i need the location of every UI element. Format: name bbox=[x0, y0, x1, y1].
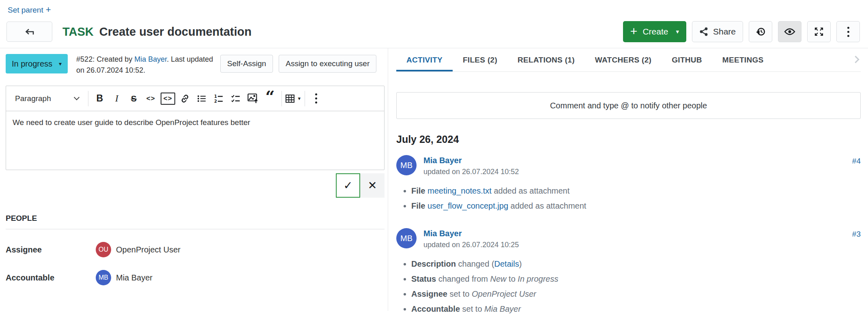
paragraph-style-label: Paragraph bbox=[15, 94, 51, 103]
create-button-label: Create bbox=[642, 27, 668, 37]
chevron-down-icon: ▾ bbox=[59, 60, 62, 67]
people-section-header: PEOPLE bbox=[6, 214, 385, 229]
share-icon bbox=[699, 27, 708, 37]
activity-text-segment: to bbox=[507, 274, 518, 283]
tab-scroll-right-button[interactable] bbox=[851, 53, 861, 67]
tab-relations-1[interactable]: RELATIONS (1) bbox=[507, 48, 585, 71]
assignee-row[interactable]: Assignee OU OpenProject User bbox=[6, 242, 388, 257]
back-button[interactable] bbox=[6, 22, 52, 42]
create-button[interactable]: + Create ▾ bbox=[623, 21, 686, 42]
activity-text-segment: OpenProject User bbox=[472, 289, 536, 298]
insert-image-button[interactable] bbox=[245, 90, 262, 108]
activity-text-segment: added as attachment bbox=[492, 186, 569, 195]
activity-number-link[interactable]: #3 bbox=[852, 230, 861, 239]
italic-button[interactable]: I bbox=[108, 90, 125, 108]
activity-author-link[interactable]: Mia Bayer bbox=[423, 155, 519, 165]
activity-text-segment: File bbox=[411, 186, 428, 195]
watch-button[interactable] bbox=[778, 21, 801, 42]
activity-text-segment: changed from bbox=[436, 274, 490, 283]
tab-github[interactable]: GITHUB bbox=[662, 48, 712, 71]
insert-link-button[interactable] bbox=[176, 90, 193, 108]
share-button[interactable]: Share bbox=[692, 21, 743, 42]
activity-timestamp: updated on 26.07.2024 10:25 bbox=[423, 241, 519, 249]
toolbar-separator bbox=[305, 91, 305, 106]
activity-text-segment: Assignee bbox=[411, 289, 447, 298]
self-assign-button[interactable]: Self-Assign bbox=[220, 55, 273, 73]
activity-text-segment: Status bbox=[411, 274, 436, 283]
expand-arrows-icon bbox=[814, 27, 824, 37]
tab-meetings[interactable]: MEETINGS bbox=[712, 48, 774, 71]
editor-toolbar: Paragraph B I S <> <> bbox=[6, 86, 384, 111]
avatar: MB bbox=[396, 155, 417, 175]
set-parent-label: Set parent bbox=[8, 6, 43, 14]
status-dropdown[interactable]: In progress ▾ bbox=[6, 54, 68, 73]
description-text: We need to create user guide to describe… bbox=[13, 118, 250, 127]
description-text-area[interactable]: We need to create user guide to describe… bbox=[6, 111, 384, 170]
quote-icon: “ bbox=[265, 95, 275, 103]
toolbar-more-button[interactable] bbox=[308, 90, 325, 108]
activity-change-item: Accountable set to Mia Bayer bbox=[411, 304, 861, 314]
set-parent-link[interactable]: Set parent+ bbox=[8, 6, 51, 14]
accountable-name: Mia Bayer bbox=[116, 273, 153, 282]
insert-table-button[interactable]: ▾ bbox=[285, 90, 302, 108]
activity-text-segment: In progress bbox=[518, 274, 558, 283]
numbered-list-icon: 1 2 bbox=[214, 94, 223, 103]
toolbar-separator bbox=[88, 91, 88, 106]
tab-watchers-2[interactable]: WATCHERS (2) bbox=[585, 48, 662, 71]
assign-to-executing-user-button[interactable]: Assign to executing user bbox=[279, 55, 376, 73]
activity-entry: MBMia Bayerupdated on 26.07.2024 10:25#3… bbox=[396, 228, 861, 314]
activity-change-list: Description changed (Details)Status chan… bbox=[404, 259, 861, 314]
activity-inline-link[interactable]: Details bbox=[494, 259, 519, 268]
status-label: In progress bbox=[12, 59, 52, 69]
editor-confirm-row: ✓ ✕ bbox=[0, 173, 385, 198]
block-quote-button[interactable]: “ bbox=[262, 90, 279, 108]
activity-text-segment: New bbox=[490, 274, 507, 283]
chevron-down-icon bbox=[74, 95, 79, 100]
comment-input[interactable]: Comment and type @ to notify other peopl… bbox=[396, 92, 861, 119]
code-block-icon: <> bbox=[161, 93, 175, 105]
activity-text-segment: added as attachment bbox=[508, 201, 586, 210]
assignee-name: OpenProject User bbox=[116, 245, 180, 254]
bold-icon: B bbox=[96, 93, 103, 104]
activity-inline-link[interactable]: meeting_notes.txt bbox=[428, 186, 492, 195]
bold-button[interactable]: B bbox=[91, 90, 108, 108]
code-block-button[interactable]: <> bbox=[159, 90, 176, 108]
activity-timestamp: updated on 26.07.2024 10:52 bbox=[423, 168, 519, 176]
strikethrough-button[interactable]: S bbox=[125, 90, 142, 108]
strikethrough-icon: S bbox=[131, 94, 137, 104]
activity-number-link[interactable]: #4 bbox=[852, 157, 861, 166]
tab-activity[interactable]: ACTIVITY bbox=[396, 48, 453, 71]
avatar: MB bbox=[96, 270, 111, 285]
tab-files-2[interactable]: FILES (2) bbox=[453, 48, 507, 71]
work-package-meta: #522: Created by Mia Bayer. Last updated… bbox=[76, 54, 220, 76]
numbered-list-button[interactable]: 1 2 bbox=[211, 90, 228, 108]
share-button-label: Share bbox=[713, 27, 736, 37]
bulleted-list-button[interactable] bbox=[193, 90, 211, 108]
svg-text:2: 2 bbox=[214, 99, 217, 103]
activity-change-item: Assignee set to OpenProject User bbox=[411, 289, 861, 299]
activity-text-segment: Description bbox=[411, 259, 456, 268]
accountable-row[interactable]: Accountable MB Mia Bayer bbox=[6, 270, 388, 285]
save-description-button[interactable]: ✓ bbox=[336, 173, 360, 198]
activity-history-button[interactable] bbox=[749, 21, 772, 42]
activity-text-segment: Mia Bayer bbox=[484, 304, 521, 313]
paragraph-style-dropdown[interactable]: Paragraph bbox=[9, 90, 85, 108]
avatar: OU bbox=[96, 242, 111, 257]
comment-placeholder: Comment and type @ to notify other peopl… bbox=[550, 101, 707, 110]
task-list-button[interactable] bbox=[228, 90, 245, 108]
chevron-down-icon: ▾ bbox=[676, 28, 679, 35]
set-parent-row: Set parent+ bbox=[0, 0, 868, 15]
activity-author-link[interactable]: Mia Bayer bbox=[423, 228, 519, 238]
header-actions: + Create ▾ Share bbox=[623, 21, 860, 42]
activity-change-list: File meeting_notes.txt added as attachme… bbox=[404, 186, 861, 211]
inline-code-button[interactable]: <> bbox=[142, 90, 159, 108]
more-menu-button[interactable] bbox=[836, 21, 860, 42]
kebab-menu-icon bbox=[315, 93, 317, 104]
activity-text-segment: set to bbox=[460, 304, 484, 313]
fullscreen-button[interactable] bbox=[807, 21, 831, 42]
activity-inline-link[interactable]: user_flow_concept.jpg bbox=[428, 201, 508, 210]
status-row: In progress ▾ #522: Created by Mia Bayer… bbox=[0, 48, 388, 76]
author-link[interactable]: Mia Bayer bbox=[134, 55, 167, 63]
activity-text-segment: ) bbox=[519, 259, 522, 268]
cancel-description-button[interactable]: ✕ bbox=[360, 173, 385, 198]
